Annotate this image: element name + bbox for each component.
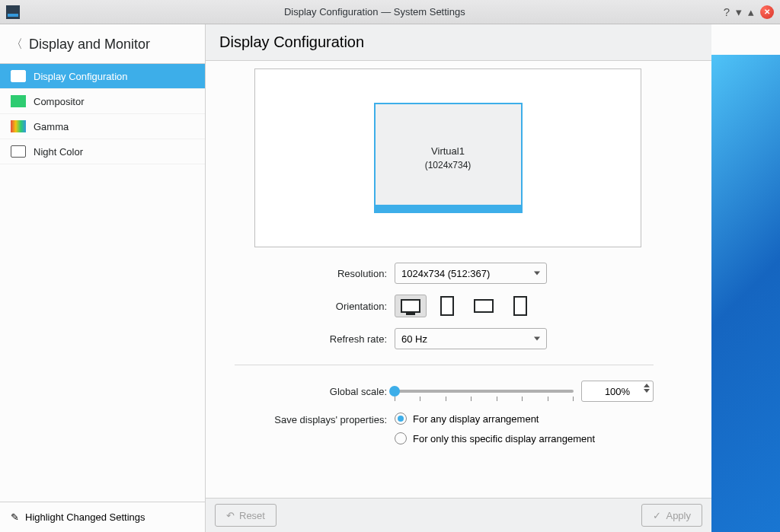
slider-thumb[interactable]	[389, 386, 400, 397]
resolution-select[interactable]: 1024x734 (512:367)	[395, 263, 547, 284]
orientation-portrait[interactable]	[431, 295, 463, 317]
sidebar-back[interactable]: 〈 Display and Monitor	[0, 24, 205, 64]
resolution-value: 1024x734 (512:367)	[401, 268, 490, 279]
screen-bar	[375, 205, 522, 212]
compositor-icon	[11, 95, 26, 107]
sidebar-title: Display and Monitor	[29, 37, 150, 53]
sidebar-item-label: Gamma	[34, 121, 69, 132]
form: Resolution: 1024x734 (512:367) Orientati…	[235, 263, 661, 444]
check-icon: ✓	[653, 510, 661, 521]
close-icon[interactable]: ✕	[760, 5, 774, 19]
scale-row: 100%	[395, 381, 654, 402]
divider	[235, 365, 654, 365]
sidebar-footer-label: Highlight Changed Settings	[25, 511, 145, 523]
orientation-row	[395, 295, 654, 317]
sidebar-item-display-config[interactable]: Display Configuration	[0, 64, 205, 89]
sidebar-item-label: Compositor	[34, 96, 84, 107]
pen-icon: ✎	[11, 511, 19, 523]
minimize-icon[interactable]: ▾	[736, 5, 742, 19]
scale-spinbox[interactable]: 100%	[581, 381, 654, 402]
refresh-label: Refresh rate:	[235, 333, 387, 345]
radio-specific-arrangement[interactable]: For only this specific display arrangeme…	[395, 432, 654, 444]
orientation-label: Orientation:	[235, 301, 387, 312]
landscape-flip-icon	[474, 299, 494, 313]
highlight-changed-button[interactable]: ✎ Highlight Changed Settings	[0, 502, 205, 532]
sidebar-item-label: Display Configuration	[34, 71, 128, 82]
gamma-icon	[11, 120, 26, 132]
undo-icon: ↶	[226, 510, 235, 521]
apply-label: Apply	[666, 510, 691, 521]
radio-dot-off	[395, 432, 407, 444]
portrait-icon	[440, 296, 454, 316]
main: Display Configuration Virtual1 (1024x734…	[206, 24, 780, 532]
portrait-flip-icon	[513, 296, 527, 316]
scale-slider[interactable]	[395, 384, 574, 398]
slider-line	[395, 390, 574, 393]
chevron-left-icon: 〈	[11, 37, 23, 53]
spin-arrows[interactable]	[644, 384, 650, 393]
radio-label: For only this specific display arrangeme…	[413, 433, 595, 444]
radio-label: For any display arrangement	[413, 413, 539, 425]
help-icon[interactable]: ?	[724, 5, 730, 18]
orientation-landscape-flipped[interactable]	[468, 295, 500, 317]
page-title: Display Configuration	[206, 24, 711, 61]
radio-dot-on	[395, 413, 407, 425]
scale-label: Global scale:	[235, 386, 387, 397]
refresh-select[interactable]: 60 Hz	[395, 328, 547, 349]
resolution-label: Resolution:	[235, 268, 387, 279]
monitor-icon	[11, 70, 26, 82]
ticks	[395, 397, 574, 401]
night-icon	[11, 145, 26, 158]
panel: Virtual1 (1024x734) Resolution: 1024x734…	[209, 61, 702, 498]
maximize-icon[interactable]: ▴	[748, 5, 754, 19]
display-preview[interactable]: Virtual1 (1024x734)	[254, 68, 641, 247]
sidebar-item-night-color[interactable]: Night Color	[0, 139, 205, 164]
reset-label: Reset	[239, 510, 265, 521]
window-controls: ? ▾ ▴ ✕	[724, 5, 774, 19]
footer: ↶ Reset ✓ Apply	[206, 498, 711, 532]
radio-any-arrangement[interactable]: For any display arrangement	[395, 413, 654, 425]
orientation-portrait-flipped[interactable]	[504, 295, 536, 317]
apply-button[interactable]: ✓ Apply	[641, 504, 702, 527]
reset-button[interactable]: ↶ Reset	[215, 504, 277, 527]
sidebar: 〈 Display and Monitor Display Configurat…	[0, 24, 206, 532]
window-title: Display Configuration — System Settings	[26, 6, 724, 18]
landscape-icon	[401, 299, 420, 313]
scale-value: 100%	[605, 386, 630, 397]
sidebar-item-gamma[interactable]: Gamma	[0, 114, 205, 139]
save-label: Save displays' properties:	[235, 413, 387, 425]
main-wrap: Display Configuration Virtual1 (1024x734…	[206, 24, 711, 532]
sidebar-item-compositor[interactable]: Compositor	[0, 89, 205, 114]
screen-res: (1024x734)	[425, 160, 472, 170]
screen-name: Virtual1	[431, 145, 465, 157]
titlebar: Display Configuration — System Settings …	[0, 0, 780, 24]
orientation-landscape[interactable]	[395, 295, 427, 317]
sidebar-item-label: Night Color	[34, 146, 83, 158]
settings-window: Display Configuration — System Settings …	[0, 0, 780, 532]
refresh-value: 60 Hz	[401, 333, 427, 345]
content: 〈 Display and Monitor Display Configurat…	[0, 24, 780, 532]
save-radios: For any display arrangement For only thi…	[395, 413, 654, 444]
app-icon	[6, 5, 20, 19]
screen-thumbnail[interactable]: Virtual1 (1024x734)	[374, 103, 523, 213]
